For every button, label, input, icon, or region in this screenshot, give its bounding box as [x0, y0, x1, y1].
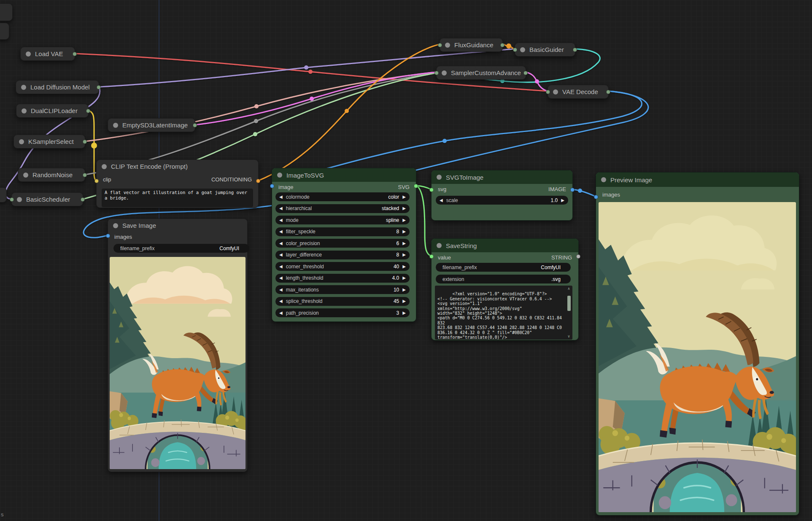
scrollbar[interactable]: ∧ ∨	[566, 286, 572, 339]
decrement-arrow-icon[interactable]: ◀	[279, 253, 283, 257]
saved-image-preview[interactable]	[110, 257, 245, 469]
node-randomnoise[interactable]: RandomNoise	[18, 168, 85, 182]
widget-length-threshold[interactable]: ◀ length_threshold 4.0 ▶	[275, 274, 410, 283]
scroll-down-icon[interactable]: ∨	[568, 334, 570, 339]
widget-filter-speckle[interactable]: ◀ filter_speckle 8 ▶	[275, 227, 410, 236]
link-dot[interactable]	[304, 65, 308, 70]
link-dot[interactable]	[310, 97, 314, 101]
link-dot[interactable]	[253, 132, 257, 136]
widget-scale[interactable]: ◀ scale 1.0 ▶	[436, 196, 568, 205]
node-basicscheduler[interactable]: BasicScheduler	[11, 192, 83, 206]
node-load-vae[interactable]: Load VAE	[20, 47, 75, 61]
decrement-arrow-icon[interactable]: ◀	[279, 288, 283, 292]
widget-max-iterations[interactable]: ◀ max_iterations 10 ▶	[275, 285, 410, 294]
widget-path-precision[interactable]: ◀ path_precision 3 ▶	[275, 308, 410, 317]
collapse-dot-icon[interactable]	[19, 139, 24, 144]
widget-layer-difference[interactable]: ◀ layer_difference 8 ▶	[275, 251, 410, 259]
link-dot[interactable]	[535, 79, 539, 84]
input-port-images[interactable]	[106, 234, 110, 238]
input-port-images[interactable]	[594, 195, 598, 199]
widget-extension[interactable]: extension .svg	[436, 275, 571, 283]
link-dot[interactable]	[506, 43, 511, 49]
output-port-sigmas[interactable]	[81, 197, 85, 202]
input-port-value[interactable]	[429, 254, 434, 259]
node-savestring[interactable]: SaveString value STRING filename_prefix …	[431, 238, 579, 340]
increment-arrow-icon[interactable]: ▶	[561, 198, 564, 202]
decrement-arrow-icon[interactable]: ◀	[279, 276, 283, 280]
increment-arrow-icon[interactable]: ▶	[402, 206, 406, 211]
widget-splice-threshold[interactable]: ◀ splice_threshold 45 ▶	[275, 297, 410, 306]
link-dot[interactable]	[254, 119, 258, 123]
node-vae-decode[interactable]: VAE Decode	[548, 85, 609, 99]
decrement-arrow-icon[interactable]: ◀	[279, 311, 283, 315]
offscreen-node-fragment[interactable]	[0, 23, 9, 40]
output-port-conditioning[interactable]	[256, 179, 260, 183]
node-samplercustomadvance[interactable]: SamplerCustomAdvance	[436, 66, 526, 80]
node-title-bar[interactable]: CLIP Text Encode (Prompt)	[97, 160, 258, 173]
preview-image-output[interactable]	[599, 202, 796, 512]
decrement-arrow-icon[interactable]: ◀	[279, 241, 283, 246]
increment-arrow-icon[interactable]: ▶	[402, 288, 406, 292]
collapse-dot-icon[interactable]	[22, 108, 27, 113]
output-port-latent[interactable]	[193, 123, 197, 127]
widget-filename-prefix[interactable]: filename_prefix ComfyUI	[113, 244, 249, 253]
svg-string-textarea[interactable]: <?xml version="1.0" encoding="UTF-8"?> <…	[435, 286, 572, 340]
output-port-image[interactable]	[606, 90, 610, 94]
collapse-dot-icon[interactable]	[23, 173, 28, 178]
increment-arrow-icon[interactable]: ▶	[402, 253, 406, 257]
node-imagetosvg[interactable]: ImageToSVG image SVG ◀ colormode color ▶…	[272, 168, 416, 322]
input-port-svg[interactable]	[429, 188, 434, 192]
node-preview-image[interactable]: Preview Image images	[596, 172, 799, 516]
node-basicguider[interactable]: BasicGuider	[515, 43, 575, 57]
increment-arrow-icon[interactable]: ▶	[402, 241, 406, 246]
collapse-dot-icon[interactable]	[102, 164, 107, 169]
widget-filename-prefix[interactable]: filename_prefix ComfyUI	[436, 263, 571, 272]
output-port-noise[interactable]	[83, 173, 87, 177]
output-port-model[interactable]	[97, 85, 101, 89]
increment-arrow-icon[interactable]: ▶	[402, 218, 406, 222]
input-port-multi[interactable]	[434, 71, 439, 75]
output-port-sampler[interactable]	[83, 140, 87, 144]
input-port-image[interactable]	[270, 184, 274, 188]
node-fluxguidance[interactable]: FluxGuidance	[440, 38, 503, 52]
node-title-bar[interactable]: SVGToImage	[432, 170, 572, 184]
collapse-dot-icon[interactable]	[21, 85, 26, 90]
node-title-bar[interactable]: SaveString	[432, 239, 578, 252]
output-port-svg[interactable]	[414, 184, 418, 188]
collapse-dot-icon[interactable]	[601, 177, 606, 182]
collapse-dot-icon[interactable]	[437, 175, 442, 180]
input-port-model[interactable]	[10, 197, 14, 202]
output-port-image[interactable]	[570, 188, 575, 192]
output-port-string[interactable]	[576, 254, 580, 259]
decrement-arrow-icon[interactable]: ◀	[279, 206, 283, 211]
offscreen-node-fragment[interactable]	[0, 3, 13, 21]
node-load-diffusion-model[interactable]: Load Diffusion Model	[16, 80, 99, 94]
decrement-arrow-icon[interactable]: ◀	[279, 218, 283, 222]
scroll-up-icon[interactable]: ∧	[568, 286, 570, 291]
link-dot[interactable]	[91, 143, 97, 148]
widget-colormode[interactable]: ◀ colormode color ▶	[275, 192, 410, 201]
decrement-arrow-icon[interactable]: ◀	[279, 265, 283, 269]
link-dot[interactable]	[308, 70, 313, 74]
offscreen-node-fragment[interactable]	[0, 187, 7, 202]
increment-arrow-icon[interactable]: ▶	[402, 299, 406, 303]
increment-arrow-icon[interactable]: ▶	[402, 195, 406, 199]
output-port-latent[interactable]	[523, 71, 528, 75]
increment-arrow-icon[interactable]: ▶	[402, 276, 406, 280]
link-dot[interactable]	[442, 139, 447, 143]
increment-arrow-icon[interactable]: ▶	[402, 311, 406, 315]
output-port-guider[interactable]	[573, 48, 577, 52]
collapse-dot-icon[interactable]	[17, 197, 22, 202]
link-dot[interactable]	[254, 104, 259, 108]
node-emptysd3latentimage[interactable]: EmptySD3LatentImage	[108, 118, 195, 132]
increment-arrow-icon[interactable]: ▶	[402, 229, 406, 234]
node-ksamplerselect[interactable]: KSamplerSelect	[13, 135, 85, 148]
output-port-clip[interactable]	[86, 109, 90, 113]
widget-color-precision[interactable]: ◀ color_precision 6 ▶	[275, 239, 410, 248]
widget-hierarchical[interactable]: ◀ hierarchical stacked ▶	[275, 204, 410, 213]
input-port-conditioning[interactable]	[513, 48, 517, 52]
node-graph-canvas[interactable]: Load VAE Load Diffusion Model DualCLIPLo…	[0, 0, 812, 521]
collapse-dot-icon[interactable]	[437, 243, 442, 248]
collapse-dot-icon[interactable]	[113, 223, 118, 228]
prompt-textarea[interactable]: A flat vector art illustration of a goat…	[102, 189, 253, 207]
